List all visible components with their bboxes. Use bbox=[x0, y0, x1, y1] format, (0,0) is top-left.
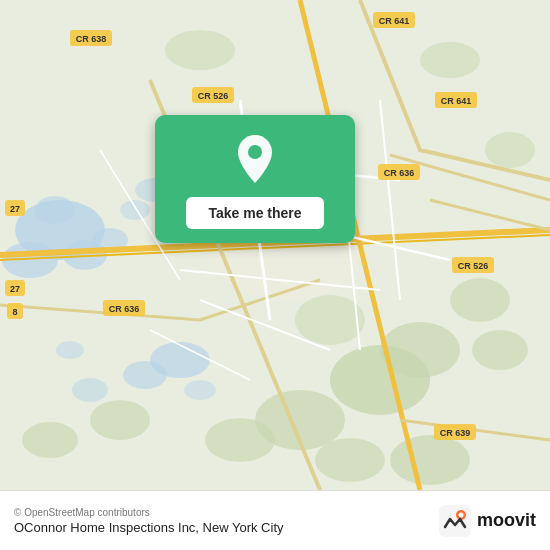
moovit-label: moovit bbox=[477, 510, 536, 531]
bottom-bar: © OpenStreetMap contributors OConnor Hom… bbox=[0, 490, 550, 550]
svg-text:8: 8 bbox=[12, 307, 17, 317]
svg-point-24 bbox=[165, 30, 235, 70]
svg-point-10 bbox=[72, 378, 108, 402]
moovit-logo: moovit bbox=[439, 505, 536, 537]
location-name: OConnor Home Inspections Inc, New York C… bbox=[14, 520, 284, 535]
svg-point-50 bbox=[248, 145, 262, 159]
svg-point-25 bbox=[420, 42, 480, 78]
moovit-brand-icon bbox=[439, 505, 471, 537]
svg-rect-51 bbox=[439, 505, 471, 537]
svg-text:CR 636: CR 636 bbox=[384, 168, 415, 178]
svg-text:CR 638: CR 638 bbox=[76, 34, 107, 44]
svg-point-20 bbox=[390, 435, 470, 485]
svg-point-21 bbox=[315, 438, 385, 482]
svg-point-23 bbox=[22, 422, 78, 458]
svg-point-9 bbox=[123, 361, 167, 389]
svg-text:CR 639: CR 639 bbox=[440, 428, 471, 438]
copyright-text: © OpenStreetMap contributors bbox=[14, 507, 284, 518]
svg-text:CR 641: CR 641 bbox=[379, 16, 410, 26]
svg-text:27: 27 bbox=[10, 204, 20, 214]
map-pin-icon bbox=[232, 133, 278, 185]
svg-point-12 bbox=[56, 341, 84, 359]
svg-point-7 bbox=[120, 200, 150, 220]
svg-point-5 bbox=[35, 196, 75, 224]
map-svg: CR 641 CR 638 CR 526 CR 641 CR 636 CR 52… bbox=[0, 0, 550, 490]
svg-text:27: 27 bbox=[10, 284, 20, 294]
svg-text:CR 636: CR 636 bbox=[109, 304, 140, 314]
bottom-left-info: © OpenStreetMap contributors OConnor Hom… bbox=[14, 507, 284, 535]
svg-point-18 bbox=[472, 330, 528, 370]
svg-point-17 bbox=[450, 278, 510, 322]
svg-point-26 bbox=[485, 132, 535, 168]
svg-point-16 bbox=[205, 418, 275, 462]
location-card: Take me there bbox=[155, 115, 355, 243]
map-container: CR 641 CR 638 CR 526 CR 641 CR 636 CR 52… bbox=[0, 0, 550, 490]
svg-text:CR 641: CR 641 bbox=[441, 96, 472, 106]
svg-text:CR 526: CR 526 bbox=[458, 261, 489, 271]
svg-point-53 bbox=[458, 512, 463, 517]
svg-text:CR 526: CR 526 bbox=[198, 91, 229, 101]
svg-point-22 bbox=[90, 400, 150, 440]
svg-point-11 bbox=[184, 380, 216, 400]
take-me-there-button[interactable]: Take me there bbox=[186, 197, 323, 229]
